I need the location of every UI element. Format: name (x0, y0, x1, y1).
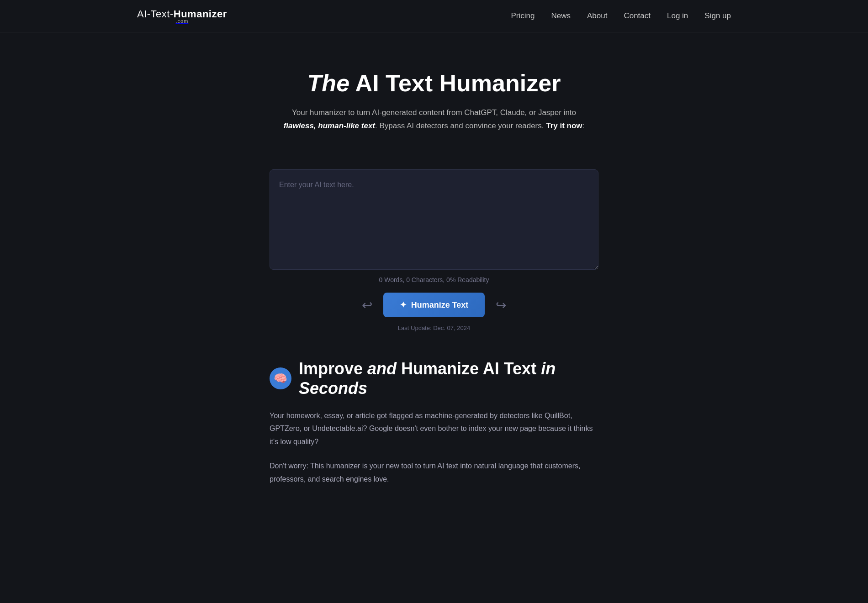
nav-pricing[interactable]: Pricing (511, 11, 535, 21)
hero-title-em: The (307, 70, 349, 96)
logo[interactable]: AI-Text-Humanizer .com (137, 8, 227, 24)
hero-subtitle-line2: . Bypass AI detectors and convince your … (375, 121, 544, 130)
ai-text-input[interactable] (270, 169, 598, 270)
feature-title-normal1: Improve (299, 359, 367, 378)
hero-section: The AI Text Humanizer Your humanizer to … (0, 32, 868, 151)
brain-icon: 🧠 (270, 367, 291, 389)
hero-subtitle-colon: : (582, 121, 585, 130)
hero-subtitle-line1: Your humanizer to turn AI-generated cont… (292, 108, 576, 117)
main-nav: Pricing News About Contact Log in Sign u… (511, 11, 731, 21)
hero-title: The AI Text Humanizer (9, 69, 859, 97)
feature-title-text: Improve and Humanize AI Text in Seconds (299, 359, 598, 398)
feature-section: 🧠 Improve and Humanize AI Text in Second… (260, 359, 608, 524)
hero-title-rest: AI Text Humanizer (349, 70, 561, 96)
feature-title-em: and (367, 359, 397, 378)
humanize-sparkle-icon: ✦ (400, 300, 407, 310)
nav-about[interactable]: About (587, 11, 607, 21)
hero-subtitle-cta: Try it now (546, 121, 582, 130)
site-header: AI-Text-Humanizer .com Pricing News Abou… (0, 0, 868, 32)
feature-paragraph-2: Don't worry: This humanizer is your new … (270, 460, 598, 486)
nav-login[interactable]: Log in (667, 11, 688, 21)
text-input-section: 0 Words, 0 Characters, 0% Readability ↩ … (260, 169, 608, 331)
right-arrow-icon[interactable]: ↪ (496, 298, 506, 313)
humanize-button-label: Humanize Text (411, 300, 469, 310)
last-update-text: Last Update: Dec. 07, 2024 (270, 325, 598, 331)
feature-paragraph-1: Your homework, essay, or article got fla… (270, 409, 598, 449)
feature-title: 🧠 Improve and Humanize AI Text in Second… (270, 359, 598, 398)
humanize-button[interactable]: ✦ Humanize Text (383, 293, 485, 317)
nav-news[interactable]: News (551, 11, 571, 21)
left-arrow-icon[interactable]: ↩ (362, 298, 372, 313)
text-statistics: 0 Words, 0 Characters, 0% Readability (270, 276, 598, 283)
action-button-row: ↩ ✦ Humanize Text ↪ (270, 293, 598, 317)
hero-subtitle-bold-italic: flawless, human-like text (284, 121, 375, 130)
nav-contact[interactable]: Contact (624, 11, 651, 21)
nav-signup[interactable]: Sign up (704, 11, 731, 21)
feature-title-normal2: Humanize AI Text (397, 359, 541, 378)
hero-subtitle: Your humanizer to turn AI-generated cont… (274, 106, 594, 133)
